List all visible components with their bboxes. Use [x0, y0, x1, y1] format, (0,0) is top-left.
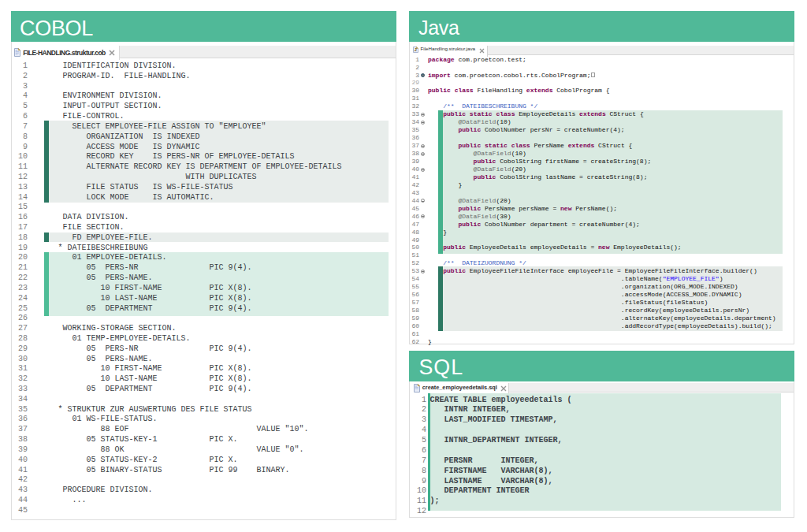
svg-text:J: J	[414, 47, 416, 52]
